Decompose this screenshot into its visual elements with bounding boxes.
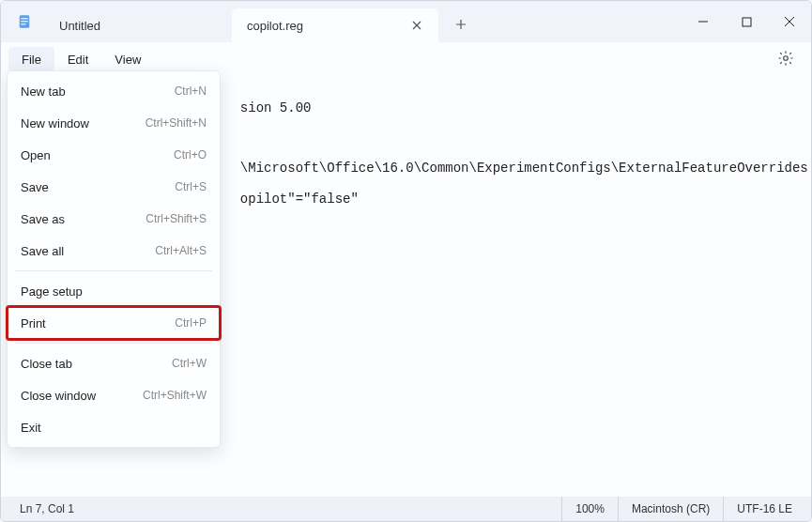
menu-edit[interactable]: Edit xyxy=(54,47,101,72)
menu-item-label: Page setup xyxy=(21,284,207,299)
menu-print[interactable]: Print Ctrl+P xyxy=(8,307,220,339)
gear-icon[interactable] xyxy=(777,50,796,69)
menu-item-label: Open xyxy=(21,148,174,162)
menu-item-shortcut: Ctrl+W xyxy=(172,357,207,370)
menu-item-label: Exit xyxy=(21,421,207,435)
menu-item-label: New window xyxy=(21,116,146,130)
minimize-button[interactable] xyxy=(682,1,725,42)
svg-rect-1 xyxy=(21,18,28,19)
menu-item-label: Save as xyxy=(21,212,146,226)
svg-point-5 xyxy=(784,56,789,61)
menu-item-label: Close window xyxy=(21,389,143,403)
menu-item-label: Save all xyxy=(21,244,155,258)
menu-new-window[interactable]: New window Ctrl+Shift+N xyxy=(8,107,220,139)
maximize-button[interactable] xyxy=(725,1,768,42)
title-bar: Untitled copilot.reg xyxy=(1,1,811,42)
svg-rect-4 xyxy=(743,18,751,26)
tab-label: Untitled xyxy=(59,19,100,33)
svg-rect-3 xyxy=(21,23,25,24)
tab-label: copilot.reg xyxy=(247,19,303,33)
menu-item-shortcut: Ctrl+Alt+S xyxy=(155,244,207,257)
menu-item-shortcut: Ctrl+Shift+S xyxy=(146,212,207,225)
menu-open[interactable]: Open Ctrl+O xyxy=(8,139,220,171)
add-tab-button[interactable] xyxy=(446,9,476,39)
menu-separator xyxy=(15,270,212,271)
menu-item-shortcut: Ctrl+Shift+N xyxy=(146,116,207,130)
menu-separator xyxy=(15,343,212,344)
status-line-ending[interactable]: Macintosh (CR) xyxy=(618,497,723,521)
close-window-button[interactable] xyxy=(768,1,811,42)
menu-close-tab[interactable]: Close tab Ctrl+W xyxy=(8,347,220,379)
menu-item-shortcut: Ctrl+Shift+W xyxy=(143,389,207,402)
menu-item-shortcut: Ctrl+S xyxy=(175,180,207,193)
tab-active[interactable]: copilot.reg xyxy=(232,8,438,42)
menu-item-shortcut: Ctrl+P xyxy=(175,316,207,330)
menu-item-shortcut: Ctrl+N xyxy=(175,84,207,98)
status-zoom[interactable]: 100% xyxy=(561,497,618,521)
close-tab-icon[interactable] xyxy=(410,19,423,32)
menu-item-shortcut: Ctrl+O xyxy=(174,148,207,161)
file-menu-dropdown: New tab Ctrl+N New window Ctrl+Shift+N O… xyxy=(7,70,221,448)
menu-exit[interactable]: Exit xyxy=(8,411,220,443)
menu-new-tab[interactable]: New tab Ctrl+N xyxy=(8,75,220,107)
status-cursor-position: Ln 7, Col 1 xyxy=(7,497,87,521)
menu-view[interactable]: View xyxy=(101,47,154,72)
menu-page-setup[interactable]: Page setup xyxy=(8,275,220,307)
menu-item-label: Print xyxy=(21,316,175,330)
status-bar: Ln 7, Col 1 100% Macintosh (CR) UTF-16 L… xyxy=(1,497,811,521)
status-encoding[interactable]: UTF-16 LE xyxy=(723,497,805,521)
menu-save-as[interactable]: Save as Ctrl+Shift+S xyxy=(8,203,220,235)
menu-item-label: Save xyxy=(21,180,175,194)
menu-item-label: New tab xyxy=(21,84,175,99)
menu-close-window[interactable]: Close window Ctrl+Shift+W xyxy=(8,379,220,411)
notepad-icon xyxy=(16,13,33,30)
svg-rect-2 xyxy=(21,21,28,22)
menu-item-label: Close tab xyxy=(21,357,172,371)
tab-untitled[interactable]: Untitled xyxy=(44,8,232,42)
menu-file[interactable]: File xyxy=(8,47,54,72)
menu-save-all[interactable]: Save all Ctrl+Alt+S xyxy=(8,235,220,267)
menu-save[interactable]: Save Ctrl+S xyxy=(8,171,220,203)
window-controls xyxy=(682,1,811,42)
